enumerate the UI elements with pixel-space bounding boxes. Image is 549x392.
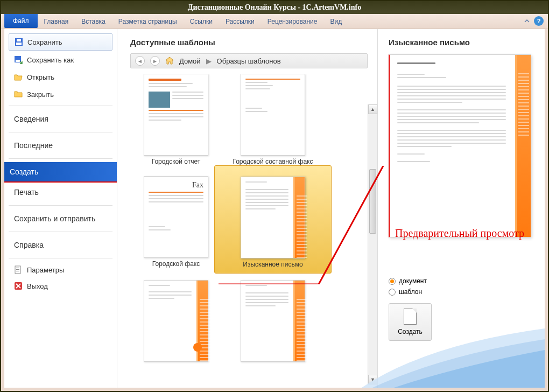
scroll-thumb[interactable] [369, 169, 376, 234]
radio-icon [389, 278, 396, 285]
ribbon-tab-references[interactable]: Ссылки [184, 15, 219, 29]
template-thumb [144, 74, 208, 156]
template-thumb [241, 280, 305, 362]
templates-heading: Доступные шаблоны [130, 38, 372, 47]
template-label: Изысканное составное письмо [233, 364, 313, 365]
sidebar-help[interactable]: Справка [9, 235, 112, 255]
sidebar-sendshare[interactable]: Сохранить и отправить [9, 209, 112, 228]
template-label: Городской составной факс [233, 158, 313, 165]
window-title: Дистанционные Онлайн Курсы - 1C.ArtemVM.… [1, 1, 548, 14]
crumb-sep-icon: ▶ [206, 57, 212, 65]
template-label: Изысканное письмо [243, 261, 302, 268]
ribbon-tab-file[interactable]: Файл [4, 14, 38, 28]
svg-rect-1 [16, 43, 22, 45]
radio-document-label: документ [399, 277, 427, 285]
exit-icon [14, 282, 23, 290]
svg-rect-7 [16, 269, 19, 270]
document-icon [404, 309, 417, 325]
home-icon[interactable] [165, 57, 174, 65]
svg-rect-8 [16, 271, 19, 271]
sidebar-save[interactable]: Сохранить [9, 33, 112, 51]
sidebar-print[interactable]: Печать [9, 183, 112, 202]
templates-scrollbar[interactable]: ▲ ▼ [368, 104, 377, 384]
crumb-samples[interactable]: Образцы шаблонов [217, 57, 281, 65]
sidebar-exit-label: Выход [27, 282, 48, 290]
ribbon-tab-pagelayout[interactable]: Разметка страницы [112, 15, 184, 29]
radio-template[interactable]: шаблон [389, 288, 534, 296]
save-icon [15, 38, 23, 46]
scroll-down-icon[interactable]: ▼ [368, 375, 377, 384]
radio-icon [389, 289, 396, 296]
ribbon-tab-home[interactable]: Главная [38, 15, 75, 29]
ribbon-tab-mailings[interactable]: Рассылки [219, 15, 261, 29]
preview-document [389, 54, 531, 237]
template-label: Городской факс [152, 260, 200, 268]
template-label: Городской отчет [152, 158, 200, 165]
preview-annotation: Предварительный просмотр [395, 227, 524, 239]
folder-open-icon [14, 73, 23, 81]
templates-panel: Доступные шаблоны ◄ ► Домой ▶ Образцы ша… [117, 29, 377, 388]
ribbon-minimize-icon[interactable] [522, 16, 532, 26]
folder-close-icon [14, 90, 23, 99]
sidebar-info[interactable]: Сведения [9, 109, 112, 129]
ribbon-tabs: Файл Главная Вставка Разметка страницы С… [1, 14, 548, 29]
ribbon-tab-review[interactable]: Рецензирование [261, 15, 324, 29]
sidebar-open-label: Открыть [27, 73, 54, 81]
create-button-label: Создать [398, 328, 423, 335]
template-label: Изысканное резюме [145, 364, 206, 365]
ribbon-tab-view[interactable]: Вид [323, 15, 348, 29]
nav-back-icon[interactable]: ◄ [135, 56, 145, 66]
template-thumb [144, 280, 208, 362]
sidebar-create[interactable]: Создать [4, 162, 117, 181]
sidebar-exit[interactable]: Выход [9, 278, 112, 294]
help-icon[interactable]: ? [534, 16, 544, 26]
ribbon-tab-insert[interactable]: Вставка [75, 15, 112, 29]
template-item[interactable]: Fax Городской факс [130, 176, 222, 269]
template-thumb [241, 177, 305, 258]
sidebar-saveas-label: Сохранить как [27, 56, 74, 64]
backstage-sidebar: Сохранить Сохранить как Открыть Закрыть … [4, 29, 117, 388]
radio-document[interactable]: документ [389, 277, 534, 285]
svg-rect-2 [17, 39, 21, 41]
preview-heading: Изысканное письмо [389, 38, 534, 47]
template-item-selected[interactable]: Изысканное письмо [214, 165, 332, 273]
sidebar-recent[interactable]: Последние [9, 136, 112, 155]
template-thumb [241, 74, 305, 156]
create-button[interactable]: Создать [389, 303, 432, 341]
saveas-icon [14, 55, 23, 64]
template-thumb: Fax [144, 176, 208, 258]
sidebar-open[interactable]: Открыть [9, 69, 112, 85]
sidebar-saveas[interactable]: Сохранить как [9, 52, 112, 68]
templates-breadcrumb: ◄ ► Домой ▶ Образцы шаблонов [130, 53, 368, 68]
preview-panel: Изысканное письмо [378, 29, 545, 388]
radio-template-label: шаблон [399, 288, 422, 296]
sidebar-save-label: Сохранить [27, 38, 62, 46]
scroll-up-icon[interactable]: ▲ [368, 104, 377, 114]
sidebar-close[interactable]: Закрыть [9, 86, 112, 102]
sidebar-close-label: Закрыть [27, 90, 54, 99]
svg-rect-4 [16, 60, 20, 62]
template-item[interactable]: Изысканное составное письмо [227, 280, 319, 365]
options-icon [14, 265, 23, 274]
nav-forward-icon[interactable]: ► [150, 56, 160, 66]
template-item[interactable]: Городской составной факс [227, 74, 319, 165]
svg-rect-6 [16, 268, 19, 268]
sidebar-options[interactable]: Параметры [9, 262, 112, 278]
crumb-home[interactable]: Домой [179, 57, 201, 65]
template-item[interactable]: Городской отчет [130, 74, 222, 165]
template-item[interactable]: Изысканное резюме [130, 280, 222, 365]
sidebar-options-label: Параметры [27, 266, 64, 274]
